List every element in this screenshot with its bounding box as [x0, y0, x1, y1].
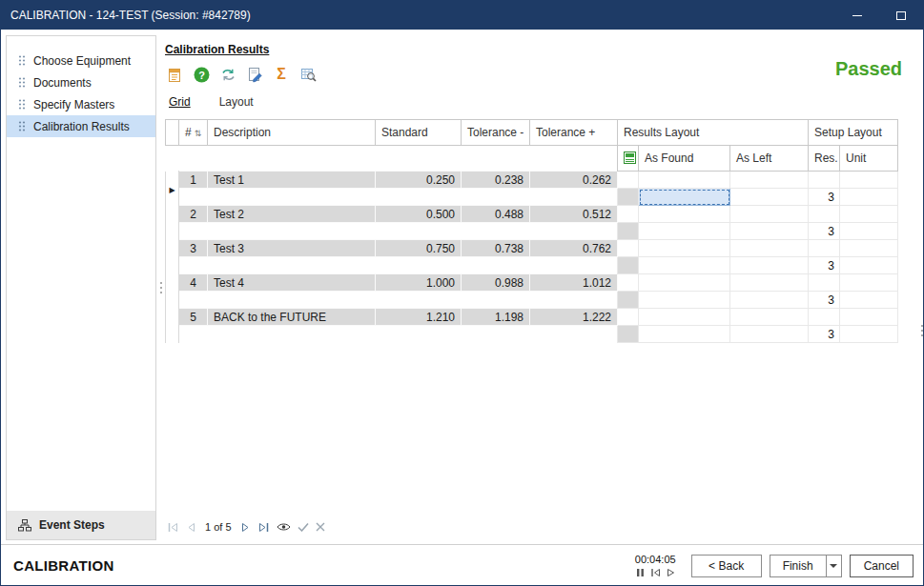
record-navigator: 1 of 5 — [165, 515, 917, 540]
cancel-button[interactable]: Cancel — [850, 555, 914, 577]
column-header-description[interactable]: Description — [208, 120, 376, 146]
sidebar-item-label: Documents — [33, 76, 92, 90]
unit-cell[interactable] — [840, 189, 898, 206]
as-left-cell[interactable] — [730, 292, 809, 309]
sidebar-item-specify-masters[interactable]: Specify Masters — [7, 93, 155, 115]
unit-cell[interactable] — [840, 223, 898, 240]
current-row-arrow-icon: ▶ — [169, 186, 175, 194]
timer-value: 00:04:05 — [635, 554, 676, 565]
as-found-cell[interactable] — [639, 326, 730, 343]
view-icon[interactable] — [277, 522, 291, 532]
res-cell[interactable]: 3 — [809, 189, 840, 206]
cell-description: Test 4 — [208, 274, 376, 292]
cell-num: 4 — [179, 274, 208, 292]
chevron-down-icon — [830, 564, 837, 568]
pause-icon[interactable] — [636, 568, 645, 577]
as-found-cell[interactable] — [639, 257, 730, 274]
cell-tolerance-minus: 0.238 — [462, 172, 530, 189]
help-icon[interactable]: ? — [192, 65, 211, 84]
finish-button[interactable]: Finish — [770, 555, 842, 577]
row-marker-cell — [618, 257, 639, 274]
status-badge: Passed — [835, 58, 902, 80]
record-1-descriptor-row: ▶ 1 Test 1 0.250 0.238 0.262 — [166, 172, 898, 189]
maximize-button[interactable] — [879, 1, 923, 30]
sidebar-item-calibration-results[interactable]: Calibration Results — [7, 115, 155, 137]
res-cell[interactable]: 3 — [809, 326, 840, 343]
back-button[interactable]: < Back — [691, 555, 762, 577]
unit-cell[interactable] — [840, 257, 898, 274]
session-timer: 00:04:05 — [635, 554, 676, 577]
as-left-cell[interactable] — [730, 257, 809, 274]
find-grid-icon[interactable] — [298, 65, 318, 84]
sidebar-item-label: Calibration Results — [33, 120, 130, 133]
res-cell[interactable]: 3 — [809, 257, 840, 274]
as-found-cell[interactable] — [639, 292, 730, 309]
cell-standard: 1.000 — [376, 274, 462, 292]
cell-num: 5 — [179, 309, 208, 326]
notes-icon[interactable] — [165, 65, 184, 84]
column-header-tolerance-plus[interactable]: Tolerance + — [530, 120, 618, 146]
cell-tolerance-minus: 1.198 — [462, 309, 530, 326]
title-bar: CALIBRATION - 124-TEST (Session: #842789… — [1, 1, 923, 30]
res-cell[interactable]: 3 — [809, 223, 840, 240]
sidebar-item-choose-equipment[interactable]: Choose Equipment — [7, 50, 155, 71]
edit-document-icon[interactable] — [245, 65, 264, 84]
cell-empty — [639, 274, 730, 292]
row-indicator — [166, 309, 179, 343]
tab-grid[interactable]: Grid — [167, 92, 193, 112]
next-record-icon[interactable] — [241, 522, 251, 533]
record-2-descriptor-row: 2 Test 2 0.500 0.488 0.512 — [166, 206, 898, 223]
cell-num: 3 — [179, 240, 208, 257]
skip-back-icon[interactable] — [650, 568, 661, 577]
group-header-results-layout[interactable]: Results Layout — [618, 120, 809, 146]
sidebar-item-documents[interactable]: Documents — [7, 71, 155, 93]
as-found-cell[interactable] — [639, 189, 730, 206]
timer-controls — [636, 568, 675, 577]
minimize-button[interactable] — [835, 1, 879, 30]
as-left-cell[interactable] — [730, 223, 809, 240]
tab-layout[interactable]: Layout — [217, 92, 256, 112]
group-header-setup-layout[interactable]: Setup Layout — [809, 120, 898, 146]
step-dots-icon — [18, 98, 26, 111]
column-header-res[interactable]: Res. — [809, 146, 840, 172]
cell-empty — [618, 172, 639, 189]
column-header-as-found[interactable]: As Found — [639, 146, 730, 172]
event-steps-button[interactable]: Event Steps — [7, 511, 155, 539]
cell-empty — [730, 172, 809, 189]
play-icon[interactable] — [667, 568, 675, 577]
column-header-standard[interactable]: Standard — [376, 120, 462, 146]
as-left-cell[interactable] — [730, 326, 809, 343]
sidebar-splitter[interactable] — [156, 35, 165, 540]
cell-empty — [618, 206, 639, 223]
res-cell[interactable]: 3 — [809, 292, 840, 309]
accept-icon[interactable] — [298, 522, 309, 532]
finish-button-label[interactable]: Finish — [770, 556, 826, 576]
column-header-unit[interactable]: Unit — [840, 146, 898, 172]
column-header-num[interactable]: #⇅ — [179, 120, 208, 146]
sync-icon[interactable] — [218, 65, 237, 84]
cell-empty — [809, 240, 840, 257]
window-body: Choose Equipment Documents Specify Maste… — [1, 30, 923, 544]
sum-icon[interactable]: Σ — [272, 65, 291, 84]
cell-empty — [730, 240, 809, 257]
unit-cell[interactable] — [840, 326, 898, 343]
cell-tolerance-plus: 1.012 — [530, 274, 618, 292]
cell-empty — [840, 172, 898, 189]
main-panel: Calibration Results Passed ? Σ — [165, 35, 917, 540]
column-header-as-left[interactable]: As Left — [730, 146, 809, 172]
as-left-cell[interactable] — [730, 189, 809, 206]
unit-cell[interactable] — [840, 292, 898, 309]
last-record-icon[interactable] — [257, 522, 270, 533]
row-indicator: ▶ — [166, 172, 179, 206]
finish-dropdown-button[interactable] — [826, 556, 841, 576]
record-3-descriptor-row: 3 Test 3 0.750 0.738 0.762 — [166, 240, 898, 257]
cell-empty — [840, 240, 898, 257]
as-found-cell[interactable] — [639, 223, 730, 240]
cancel-edit-icon[interactable] — [316, 522, 325, 532]
grid-header-row: #⇅ Description Standard Tolerance - Tole… — [166, 120, 898, 146]
column-header-tolerance-minus[interactable]: Tolerance - — [462, 120, 530, 146]
first-record-icon[interactable] — [167, 522, 179, 533]
previous-record-icon[interactable] — [186, 522, 195, 533]
cell-blank — [179, 326, 618, 343]
grid-subheader-row: As Found As Left Res. Unit — [166, 146, 898, 172]
